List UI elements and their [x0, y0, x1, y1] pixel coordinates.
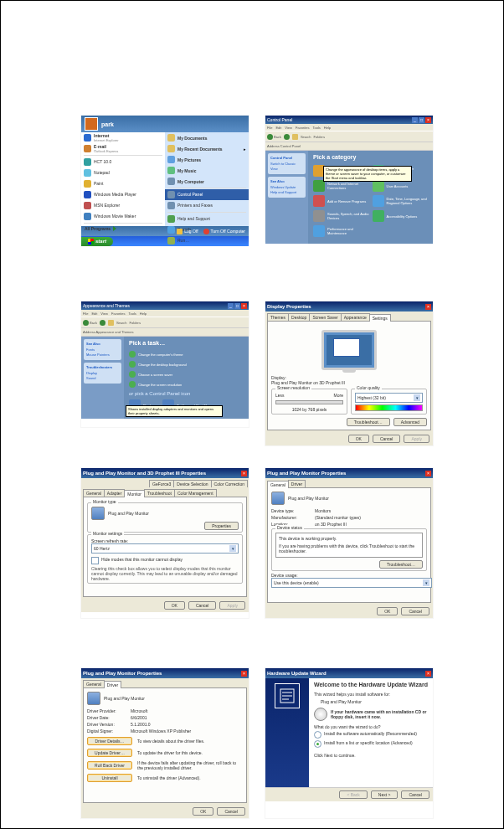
task-3[interactable]: Change the screen resolution [129, 381, 244, 388]
at-menubar[interactable]: FileEditViewFavoritesToolsHelp [81, 310, 249, 317]
recent-3[interactable]: Windows Media Player [81, 189, 165, 200]
close-button[interactable]: × [241, 303, 247, 309]
tab-monitor[interactable]: Monitor [124, 490, 145, 497]
cat-users[interactable]: User Accounts [373, 180, 429, 192]
search-button[interactable]: Search [301, 135, 311, 139]
tab-devsel[interactable]: Device Selection [173, 480, 211, 487]
cancel-button[interactable]: Cancel [373, 435, 401, 443]
apply-button[interactable]: Apply [404, 435, 429, 443]
ok-button[interactable]: OK [348, 435, 369, 443]
cp-menubar[interactable]: FileEditViewFavoritesToolsHelp [265, 124, 433, 131]
all-programs[interactable]: All Programs [81, 224, 165, 233]
control-panel-item[interactable]: Control Panel [165, 189, 249, 200]
tab-troubleshoot[interactable]: Troubleshoot [144, 489, 175, 497]
resolution-slider[interactable] [275, 400, 343, 404]
ok-button[interactable]: OK [377, 607, 398, 615]
device-usage-combo[interactable]: Use this device (enable)▾ [271, 578, 432, 588]
color-quality-combo[interactable]: Highest (32 bit)▾ [355, 393, 423, 403]
maximize-button[interactable]: □ [234, 303, 240, 309]
close-button[interactable]: × [241, 471, 247, 476]
tab-driver[interactable]: Driver [288, 480, 306, 487]
close-button[interactable]: × [425, 304, 431, 310]
folders-button[interactable]: Folders [130, 321, 141, 325]
advanced-button[interactable]: Advanced [393, 418, 427, 426]
rollback-driver-button[interactable]: Roll Back Driver [87, 761, 132, 770]
tab-appearance[interactable]: Appearance [341, 313, 370, 321]
cat-addremove[interactable]: Add or Remove Programs [313, 195, 369, 207]
recent-5[interactable]: Windows Movie Maker [81, 211, 165, 222]
tab-general[interactable]: General [267, 481, 289, 488]
recent-4[interactable]: MSN Explorer [81, 200, 165, 211]
cat-network[interactable]: Network and Internet Connections [313, 180, 369, 192]
update-driver-button[interactable]: Update Driver… [87, 749, 132, 757]
tab-geforce[interactable]: GeForce3 [149, 480, 174, 487]
printers-faxes[interactable]: Printers and Faxes [165, 200, 249, 211]
hide-modes-checkbox[interactable]: Hide modes that this monitor cannot disp… [91, 557, 239, 564]
task-0[interactable]: Change the computer's theme [129, 351, 244, 358]
ok-button[interactable]: OK [164, 601, 185, 610]
recent-2[interactable]: Paint [81, 178, 165, 189]
cancel-button[interactable]: Cancel [401, 607, 429, 615]
start-button[interactable]: start [81, 237, 113, 246]
up-button[interactable] [292, 134, 298, 140]
run-item[interactable]: Run… [165, 235, 249, 246]
help-support[interactable]: Help and Support [165, 214, 249, 224]
cat-perf[interactable]: Performance and Maintenance [313, 225, 369, 237]
tab-general[interactable]: General [83, 680, 105, 687]
next-button[interactable]: Next > [371, 790, 399, 799]
pinned-internet[interactable]: InternetInternet Explorer [81, 132, 165, 143]
cat-datetime[interactable]: Date, Time, Language, and Regional Optio… [373, 195, 429, 207]
refresh-rate-combo[interactable]: 60 Hertz▾ [91, 543, 239, 554]
tab-colormgmt[interactable]: Color Management [174, 489, 217, 497]
tab-general[interactable]: General [83, 489, 105, 497]
address-bar[interactable]: Address Control Panel [265, 142, 433, 151]
my-computer[interactable]: My Computer [165, 176, 249, 187]
back-button[interactable]: < Back [339, 790, 367, 799]
tab-desktop[interactable]: Desktop [288, 313, 310, 321]
search-button[interactable]: Search [116, 321, 127, 325]
close-button[interactable]: × [425, 671, 431, 677]
recent-0[interactable]: HCT 10.0 [81, 157, 165, 167]
troubleshoot-button[interactable]: Troubleshoot… [347, 418, 390, 426]
minimize-button[interactable]: _ [412, 117, 418, 123]
cancel-button[interactable]: Cancel [188, 601, 217, 610]
folders-button[interactable]: Folders [314, 135, 325, 139]
radio-specific[interactable]: Install from a list or specific location… [314, 740, 428, 748]
tab-colorcor[interactable]: Color Correction [211, 480, 248, 487]
radio-auto[interactable]: Install the software automatically (Reco… [314, 731, 428, 739]
my-documents[interactable]: My Documents [165, 132, 249, 143]
up-button[interactable] [108, 320, 114, 326]
troubleshoot-button[interactable]: Troubleshoot… [379, 560, 423, 569]
help-support-link[interactable]: Help and Support [270, 190, 303, 195]
close-button[interactable]: × [425, 117, 431, 123]
apply-button[interactable]: Apply [219, 601, 245, 610]
tab-settings[interactable]: Settings [369, 314, 391, 322]
back-button[interactable]: Back [267, 134, 281, 140]
recent-1[interactable]: Notepad [81, 167, 165, 178]
pinned-email[interactable]: E-mailOutlook Express [81, 143, 165, 154]
task-2[interactable]: Choose a screen saver [129, 371, 244, 378]
cat-sound[interactable]: Sounds, Speech, and Audio Devices [313, 210, 369, 222]
turnoff-button[interactable]: Turn Off Computer [203, 229, 245, 234]
close-button[interactable]: × [241, 671, 247, 677]
my-pictures[interactable]: My Pictures [165, 154, 249, 165]
my-music[interactable]: My Music [165, 165, 249, 176]
my-recent-documents[interactable]: My Recent Documents▸ [165, 143, 249, 154]
task-1[interactable]: Change the desktop background [129, 361, 244, 368]
tab-themes[interactable]: Themes [267, 313, 289, 321]
forward-button[interactable] [284, 134, 290, 140]
driver-details-button[interactable]: Driver Details… [87, 737, 132, 745]
minimize-button[interactable]: _ [228, 303, 234, 309]
close-button[interactable]: × [425, 471, 431, 476]
back-button[interactable]: Back [83, 320, 97, 326]
uninstall-button[interactable]: Uninstall [87, 774, 132, 782]
cat-access[interactable]: Accessibility Options [373, 210, 429, 222]
maximize-button[interactable]: □ [419, 117, 424, 123]
logoff-button[interactable]: Log Off [177, 229, 198, 234]
tab-adapter[interactable]: Adapter [104, 489, 126, 497]
tab-driver[interactable]: Driver [104, 681, 121, 688]
ok-button[interactable]: OK [193, 807, 213, 816]
switch-classic[interactable]: Switch to Classic View [270, 162, 303, 172]
cancel-button[interactable]: Cancel [217, 807, 245, 816]
cancel-button[interactable]: Cancel [401, 790, 429, 799]
